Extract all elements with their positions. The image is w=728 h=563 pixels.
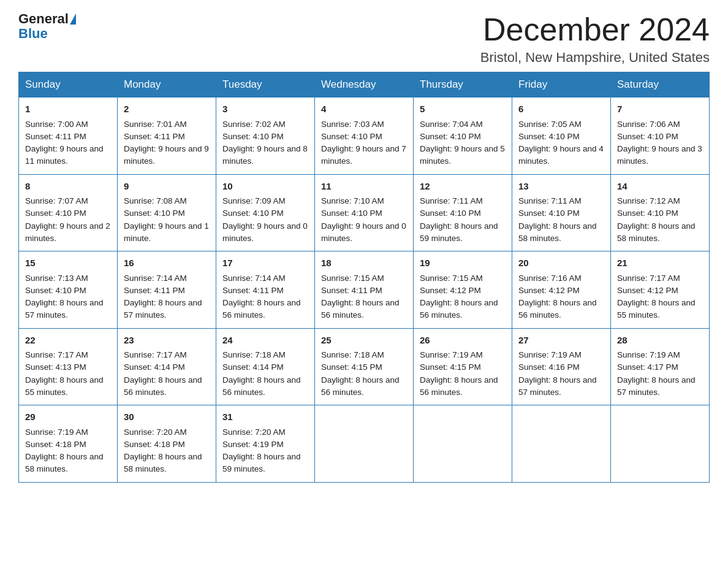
col-saturday: Saturday: [611, 72, 710, 98]
daylight-label: Daylight: 9 hours and 8 minutes.: [222, 144, 308, 166]
sunrise-label: Sunrise: 7:16 AM: [518, 274, 582, 283]
daylight-label: Daylight: 9 hours and 4 minutes.: [518, 144, 604, 166]
table-row: 6 Sunrise: 7:05 AM Sunset: 4:10 PM Dayli…: [512, 98, 611, 175]
sunrise-label: Sunrise: 7:17 AM: [25, 350, 88, 359]
daylight-label: Daylight: 8 hours and 58 minutes.: [518, 221, 597, 243]
page-header: General Blue December 2024 Bristol, New …: [18, 12, 710, 66]
logo-general-text: General: [18, 12, 69, 26]
calendar-week-row: 15 Sunrise: 7:13 AM Sunset: 4:10 PM Dayl…: [19, 251, 710, 329]
daylight-label: Daylight: 9 hours and 9 minutes.: [124, 144, 209, 166]
sunrise-label: Sunrise: 7:09 AM: [222, 196, 286, 205]
col-friday: Friday: [512, 72, 611, 98]
sunset-label: Sunset: 4:10 PM: [518, 209, 580, 218]
daylight-label: Daylight: 8 hours and 55 minutes.: [617, 298, 696, 320]
day-number: 8: [25, 180, 111, 194]
sunrise-label: Sunrise: 7:15 AM: [321, 274, 384, 283]
logo-triangle-icon: [70, 13, 76, 25]
table-row: 11 Sunrise: 7:10 AM Sunset: 4:10 PM Dayl…: [315, 174, 414, 251]
col-sunday: Sunday: [19, 72, 118, 98]
sunset-label: Sunset: 4:11 PM: [222, 286, 284, 295]
title-area: December 2024 Bristol, New Hampshire, Un…: [480, 12, 710, 66]
daylight-label: Daylight: 8 hours and 59 minutes.: [222, 452, 301, 473]
sunrise-label: Sunrise: 7:06 AM: [617, 120, 680, 129]
day-number: 21: [617, 256, 703, 270]
sunset-label: Sunset: 4:17 PM: [617, 362, 678, 372]
sunset-label: Sunset: 4:10 PM: [420, 132, 481, 141]
table-row: [611, 405, 710, 483]
sunrise-label: Sunrise: 7:05 AM: [518, 120, 582, 129]
daylight-label: Daylight: 8 hours and 56 minutes.: [321, 375, 400, 397]
sunrise-label: Sunrise: 7:17 AM: [124, 350, 187, 359]
sunset-label: Sunset: 4:16 PM: [518, 362, 580, 372]
table-row: 31 Sunrise: 7:20 AM Sunset: 4:19 PM Dayl…: [216, 405, 315, 483]
daylight-label: Daylight: 9 hours and 0 minutes.: [222, 221, 308, 243]
sunset-label: Sunset: 4:11 PM: [124, 132, 185, 141]
table-row: [315, 405, 414, 483]
table-row: 24 Sunrise: 7:18 AM Sunset: 4:14 PM Dayl…: [216, 328, 315, 405]
table-row: 4 Sunrise: 7:03 AM Sunset: 4:10 PM Dayli…: [315, 98, 414, 175]
day-number: 11: [321, 180, 407, 194]
table-row: 10 Sunrise: 7:09 AM Sunset: 4:10 PM Dayl…: [216, 174, 315, 251]
day-number: 26: [420, 334, 506, 348]
sunset-label: Sunset: 4:10 PM: [222, 132, 284, 141]
day-number: 15: [25, 256, 111, 270]
table-row: 3 Sunrise: 7:02 AM Sunset: 4:10 PM Dayli…: [216, 98, 315, 175]
daylight-label: Daylight: 8 hours and 55 minutes.: [25, 375, 104, 397]
daylight-label: Daylight: 8 hours and 56 minutes.: [518, 298, 597, 320]
day-number: 20: [518, 256, 604, 270]
table-row: 13 Sunrise: 7:11 AM Sunset: 4:10 PM Dayl…: [512, 174, 611, 251]
table-row: [512, 405, 611, 483]
day-number: 16: [124, 256, 210, 270]
daylight-label: Daylight: 8 hours and 56 minutes.: [321, 298, 400, 320]
day-number: 27: [518, 334, 604, 348]
day-number: 13: [518, 180, 604, 194]
table-row: 30 Sunrise: 7:20 AM Sunset: 4:18 PM Dayl…: [118, 405, 216, 483]
sunset-label: Sunset: 4:10 PM: [25, 286, 86, 295]
daylight-label: Daylight: 8 hours and 56 minutes.: [420, 375, 498, 397]
daylight-label: Daylight: 9 hours and 3 minutes.: [617, 144, 702, 166]
sunset-label: Sunset: 4:18 PM: [25, 440, 86, 449]
calendar-table: Sunday Monday Tuesday Wednesday Thursday…: [18, 72, 710, 483]
daylight-label: Daylight: 8 hours and 56 minutes.: [222, 375, 301, 397]
daylight-label: Daylight: 9 hours and 11 minutes.: [25, 144, 104, 166]
day-number: 22: [25, 334, 111, 348]
daylight-label: Daylight: 8 hours and 56 minutes.: [124, 375, 202, 397]
day-number: 4: [321, 102, 407, 117]
sunset-label: Sunset: 4:14 PM: [222, 362, 284, 372]
daylight-label: Daylight: 9 hours and 1 minute.: [124, 221, 209, 243]
sunrise-label: Sunrise: 7:11 AM: [518, 196, 582, 205]
day-number: 18: [321, 256, 407, 270]
table-row: 14 Sunrise: 7:12 AM Sunset: 4:10 PM Dayl…: [611, 174, 710, 251]
sunset-label: Sunset: 4:11 PM: [124, 286, 185, 295]
daylight-label: Daylight: 9 hours and 2 minutes.: [25, 221, 110, 243]
sunrise-label: Sunrise: 7:08 AM: [124, 196, 187, 205]
sunset-label: Sunset: 4:19 PM: [222, 440, 284, 449]
col-thursday: Thursday: [414, 72, 512, 98]
sunrise-label: Sunrise: 7:07 AM: [25, 196, 88, 205]
table-row: 9 Sunrise: 7:08 AM Sunset: 4:10 PM Dayli…: [118, 174, 216, 251]
table-row: 19 Sunrise: 7:15 AM Sunset: 4:12 PM Dayl…: [414, 251, 512, 329]
daylight-label: Daylight: 8 hours and 57 minutes.: [617, 375, 696, 397]
table-row: [414, 405, 512, 483]
col-wednesday: Wednesday: [315, 72, 414, 98]
day-number: 29: [25, 410, 111, 424]
sunset-label: Sunset: 4:10 PM: [25, 209, 86, 218]
sunrise-label: Sunrise: 7:02 AM: [222, 120, 286, 129]
sunrise-label: Sunrise: 7:04 AM: [420, 120, 483, 129]
sunrise-label: Sunrise: 7:17 AM: [617, 274, 680, 283]
sunset-label: Sunset: 4:12 PM: [518, 286, 580, 295]
day-number: 12: [420, 180, 506, 194]
day-number: 3: [222, 102, 308, 117]
table-row: 8 Sunrise: 7:07 AM Sunset: 4:10 PM Dayli…: [19, 174, 118, 251]
sunset-label: Sunset: 4:10 PM: [321, 132, 382, 141]
sunrise-label: Sunrise: 7:19 AM: [518, 350, 582, 359]
table-row: 12 Sunrise: 7:11 AM Sunset: 4:10 PM Dayl…: [414, 174, 512, 251]
day-number: 23: [124, 334, 210, 348]
table-row: 28 Sunrise: 7:19 AM Sunset: 4:17 PM Dayl…: [611, 328, 710, 405]
table-row: 5 Sunrise: 7:04 AM Sunset: 4:10 PM Dayli…: [414, 98, 512, 175]
table-row: 27 Sunrise: 7:19 AM Sunset: 4:16 PM Dayl…: [512, 328, 611, 405]
sunset-label: Sunset: 4:12 PM: [617, 286, 678, 295]
table-row: 15 Sunrise: 7:13 AM Sunset: 4:10 PM Dayl…: [19, 251, 118, 329]
sunrise-label: Sunrise: 7:19 AM: [25, 427, 88, 437]
col-tuesday: Tuesday: [216, 72, 315, 98]
